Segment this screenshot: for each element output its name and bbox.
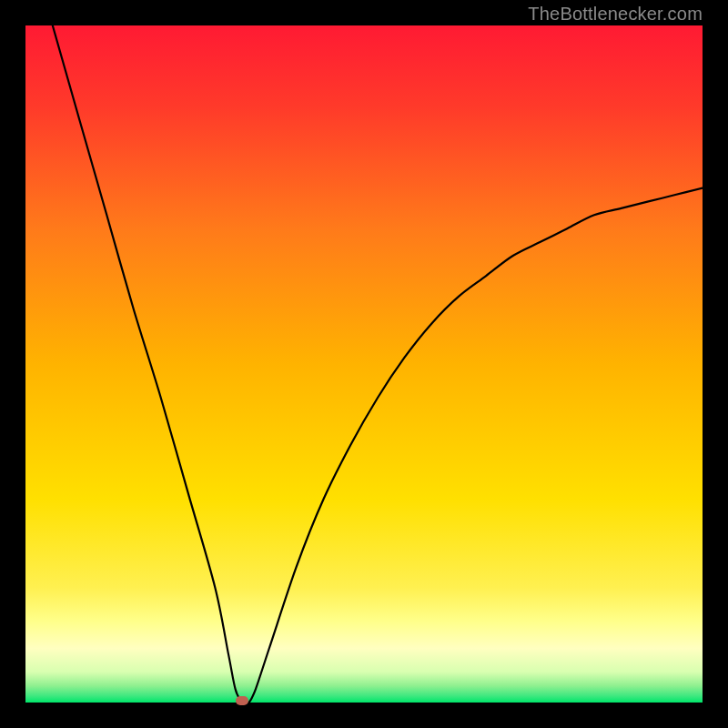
watermark-text: TheBottlenecker.com: [528, 4, 703, 25]
bottleneck-chart: [25, 25, 703, 703]
gradient-background: [25, 25, 703, 703]
chart-frame: [25, 25, 703, 703]
optimal-point-marker: [236, 696, 248, 705]
